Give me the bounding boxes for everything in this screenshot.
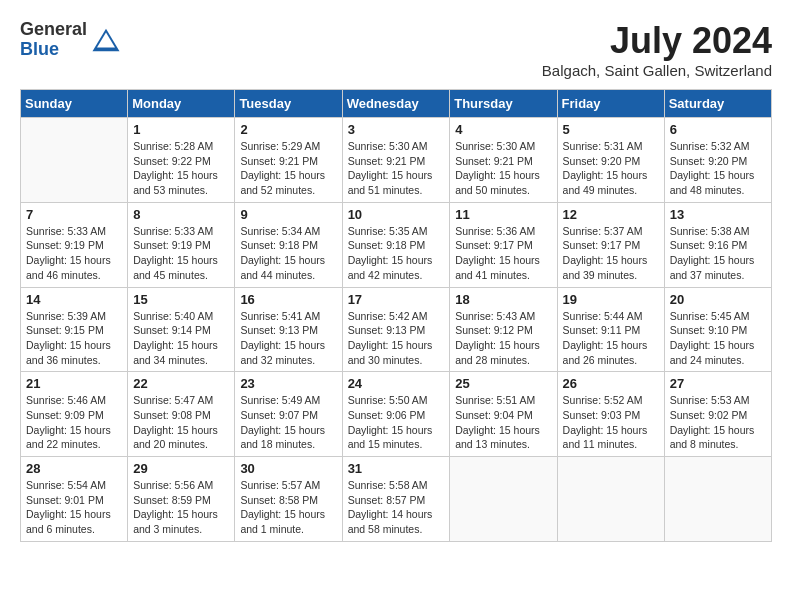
week-row-3: 14Sunrise: 5:39 AM Sunset: 9:15 PM Dayli… [21,287,772,372]
day-info: Sunrise: 5:47 AM Sunset: 9:08 PM Dayligh… [133,393,229,452]
day-number: 11 [455,207,551,222]
logo-icon [91,25,121,55]
calendar-cell: 21Sunrise: 5:46 AM Sunset: 9:09 PM Dayli… [21,372,128,457]
day-number: 12 [563,207,659,222]
day-number: 9 [240,207,336,222]
calendar-cell: 11Sunrise: 5:36 AM Sunset: 9:17 PM Dayli… [450,202,557,287]
calendar-cell: 17Sunrise: 5:42 AM Sunset: 9:13 PM Dayli… [342,287,450,372]
day-number: 24 [348,376,445,391]
weekday-header-monday: Monday [128,90,235,118]
title-section: July 2024 Balgach, Saint Gallen, Switzer… [542,20,772,79]
weekday-header-tuesday: Tuesday [235,90,342,118]
day-info: Sunrise: 5:53 AM Sunset: 9:02 PM Dayligh… [670,393,766,452]
calendar-cell: 6Sunrise: 5:32 AM Sunset: 9:20 PM Daylig… [664,118,771,203]
calendar-cell: 8Sunrise: 5:33 AM Sunset: 9:19 PM Daylig… [128,202,235,287]
day-info: Sunrise: 5:33 AM Sunset: 9:19 PM Dayligh… [133,224,229,283]
page-header: General Blue July 2024 Balgach, Saint Ga… [20,20,772,79]
day-number: 6 [670,122,766,137]
day-number: 31 [348,461,445,476]
day-number: 8 [133,207,229,222]
day-info: Sunrise: 5:28 AM Sunset: 9:22 PM Dayligh… [133,139,229,198]
day-number: 18 [455,292,551,307]
day-number: 23 [240,376,336,391]
day-number: 19 [563,292,659,307]
day-number: 17 [348,292,445,307]
day-info: Sunrise: 5:31 AM Sunset: 9:20 PM Dayligh… [563,139,659,198]
day-number: 28 [26,461,122,476]
day-info: Sunrise: 5:49 AM Sunset: 9:07 PM Dayligh… [240,393,336,452]
day-number: 10 [348,207,445,222]
week-row-4: 21Sunrise: 5:46 AM Sunset: 9:09 PM Dayli… [21,372,772,457]
calendar-cell: 14Sunrise: 5:39 AM Sunset: 9:15 PM Dayli… [21,287,128,372]
day-info: Sunrise: 5:30 AM Sunset: 9:21 PM Dayligh… [455,139,551,198]
day-info: Sunrise: 5:41 AM Sunset: 9:13 PM Dayligh… [240,309,336,368]
day-info: Sunrise: 5:52 AM Sunset: 9:03 PM Dayligh… [563,393,659,452]
calendar-cell: 13Sunrise: 5:38 AM Sunset: 9:16 PM Dayli… [664,202,771,287]
day-info: Sunrise: 5:35 AM Sunset: 9:18 PM Dayligh… [348,224,445,283]
day-number: 25 [455,376,551,391]
day-number: 13 [670,207,766,222]
day-info: Sunrise: 5:39 AM Sunset: 9:15 PM Dayligh… [26,309,122,368]
day-info: Sunrise: 5:38 AM Sunset: 9:16 PM Dayligh… [670,224,766,283]
day-info: Sunrise: 5:36 AM Sunset: 9:17 PM Dayligh… [455,224,551,283]
calendar-cell: 2Sunrise: 5:29 AM Sunset: 9:21 PM Daylig… [235,118,342,203]
calendar-cell: 1Sunrise: 5:28 AM Sunset: 9:22 PM Daylig… [128,118,235,203]
day-info: Sunrise: 5:33 AM Sunset: 9:19 PM Dayligh… [26,224,122,283]
day-info: Sunrise: 5:32 AM Sunset: 9:20 PM Dayligh… [670,139,766,198]
weekday-header-wednesday: Wednesday [342,90,450,118]
day-info: Sunrise: 5:42 AM Sunset: 9:13 PM Dayligh… [348,309,445,368]
calendar-cell [557,457,664,542]
day-number: 4 [455,122,551,137]
weekday-header-saturday: Saturday [664,90,771,118]
week-row-2: 7Sunrise: 5:33 AM Sunset: 9:19 PM Daylig… [21,202,772,287]
calendar-cell: 30Sunrise: 5:57 AM Sunset: 8:58 PM Dayli… [235,457,342,542]
day-info: Sunrise: 5:51 AM Sunset: 9:04 PM Dayligh… [455,393,551,452]
day-number: 29 [133,461,229,476]
calendar-cell: 22Sunrise: 5:47 AM Sunset: 9:08 PM Dayli… [128,372,235,457]
day-number: 2 [240,122,336,137]
weekday-header-sunday: Sunday [21,90,128,118]
day-number: 7 [26,207,122,222]
calendar-cell: 15Sunrise: 5:40 AM Sunset: 9:14 PM Dayli… [128,287,235,372]
day-number: 15 [133,292,229,307]
day-info: Sunrise: 5:58 AM Sunset: 8:57 PM Dayligh… [348,478,445,537]
day-info: Sunrise: 5:29 AM Sunset: 9:21 PM Dayligh… [240,139,336,198]
logo-general-text: General [20,20,87,40]
day-number: 3 [348,122,445,137]
day-number: 30 [240,461,336,476]
day-info: Sunrise: 5:57 AM Sunset: 8:58 PM Dayligh… [240,478,336,537]
calendar-cell: 27Sunrise: 5:53 AM Sunset: 9:02 PM Dayli… [664,372,771,457]
calendar-cell: 4Sunrise: 5:30 AM Sunset: 9:21 PM Daylig… [450,118,557,203]
logo: General Blue [20,20,121,60]
calendar-cell: 29Sunrise: 5:56 AM Sunset: 8:59 PM Dayli… [128,457,235,542]
day-info: Sunrise: 5:46 AM Sunset: 9:09 PM Dayligh… [26,393,122,452]
calendar-cell: 28Sunrise: 5:54 AM Sunset: 9:01 PM Dayli… [21,457,128,542]
week-row-1: 1Sunrise: 5:28 AM Sunset: 9:22 PM Daylig… [21,118,772,203]
day-info: Sunrise: 5:37 AM Sunset: 9:17 PM Dayligh… [563,224,659,283]
calendar-cell: 24Sunrise: 5:50 AM Sunset: 9:06 PM Dayli… [342,372,450,457]
day-number: 1 [133,122,229,137]
calendar-cell [450,457,557,542]
calendar-cell: 9Sunrise: 5:34 AM Sunset: 9:18 PM Daylig… [235,202,342,287]
day-info: Sunrise: 5:54 AM Sunset: 9:01 PM Dayligh… [26,478,122,537]
calendar-cell: 26Sunrise: 5:52 AM Sunset: 9:03 PM Dayli… [557,372,664,457]
day-number: 21 [26,376,122,391]
weekday-header-thursday: Thursday [450,90,557,118]
calendar-cell: 20Sunrise: 5:45 AM Sunset: 9:10 PM Dayli… [664,287,771,372]
calendar-cell: 31Sunrise: 5:58 AM Sunset: 8:57 PM Dayli… [342,457,450,542]
calendar-cell: 7Sunrise: 5:33 AM Sunset: 9:19 PM Daylig… [21,202,128,287]
calendar-cell: 5Sunrise: 5:31 AM Sunset: 9:20 PM Daylig… [557,118,664,203]
month-year-title: July 2024 [542,20,772,62]
weekday-header-friday: Friday [557,90,664,118]
calendar-cell: 25Sunrise: 5:51 AM Sunset: 9:04 PM Dayli… [450,372,557,457]
day-number: 5 [563,122,659,137]
calendar-cell: 12Sunrise: 5:37 AM Sunset: 9:17 PM Dayli… [557,202,664,287]
day-number: 14 [26,292,122,307]
location-text: Balgach, Saint Gallen, Switzerland [542,62,772,79]
weekday-header-row: SundayMondayTuesdayWednesdayThursdayFrid… [21,90,772,118]
calendar-cell: 19Sunrise: 5:44 AM Sunset: 9:11 PM Dayli… [557,287,664,372]
day-number: 20 [670,292,766,307]
calendar-table: SundayMondayTuesdayWednesdayThursdayFrid… [20,89,772,542]
day-info: Sunrise: 5:50 AM Sunset: 9:06 PM Dayligh… [348,393,445,452]
day-info: Sunrise: 5:40 AM Sunset: 9:14 PM Dayligh… [133,309,229,368]
